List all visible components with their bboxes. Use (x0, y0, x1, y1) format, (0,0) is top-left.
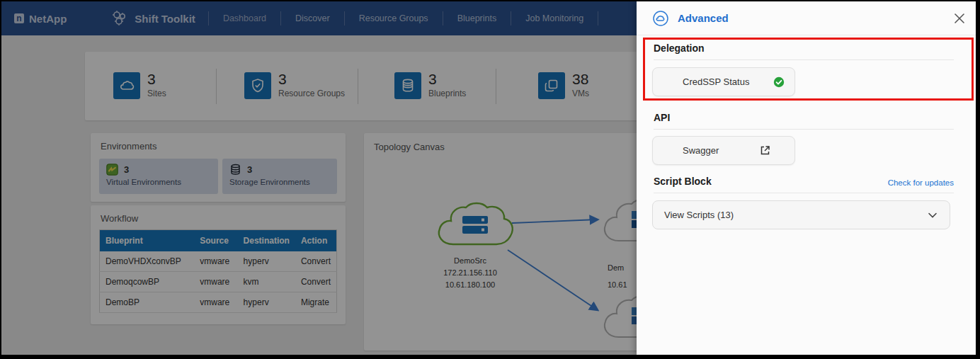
view-scripts-label: View Scripts (13) (664, 210, 734, 220)
close-icon[interactable] (953, 12, 966, 25)
section-divider (654, 193, 954, 193)
external-link-icon (760, 145, 770, 156)
modal-backdrop[interactable] (1, 1, 637, 355)
check-for-updates-link[interactable]: Check for updates (888, 178, 954, 187)
advanced-panel-header: Advanced (637, 1, 976, 35)
swagger-button[interactable]: Swagger (652, 136, 795, 165)
delegation-heading: Delegation (654, 42, 705, 54)
api-heading: API (654, 112, 670, 123)
swagger-label: Swagger (683, 145, 719, 156)
success-check-icon (773, 76, 785, 88)
script-block-heading: Script Block (654, 176, 712, 187)
advanced-panel: Advanced Delegation CredSSP Status API S… (637, 1, 976, 355)
panel-title: Advanced (678, 12, 729, 24)
advanced-cloud-icon (652, 10, 669, 27)
section-divider (654, 129, 954, 130)
credssp-status-button[interactable]: CredSSP Status (652, 67, 795, 96)
section-divider (654, 59, 954, 60)
credssp-status-label: CredSSP Status (683, 76, 749, 87)
chevron-down-icon (927, 210, 938, 221)
app-window: n NetApp Shift Toolkit Dashboard Discove… (1, 1, 976, 355)
view-scripts-dropdown[interactable]: View Scripts (13) (652, 200, 950, 229)
